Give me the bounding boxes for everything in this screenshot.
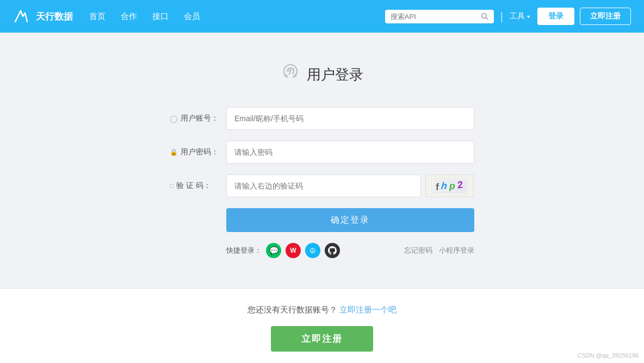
captcha-icon: □ — [170, 182, 174, 190]
register-header-button[interactable]: 立即注册 — [580, 8, 631, 25]
tools-button[interactable]: 工具 ▾ — [510, 11, 530, 21]
submit-button[interactable]: 确定登录 — [226, 208, 474, 232]
wechat-login-icon[interactable]: 💬 — [266, 243, 281, 258]
quick-login-section: 快捷登录： 💬 W ☮ — [226, 243, 340, 258]
logo-icon — [13, 7, 33, 26]
captcha-row: □ 验 证 码： f h p 2 — [170, 174, 474, 197]
username-label: ◯ 用户账号： — [170, 114, 222, 123]
register-big-button[interactable]: 立即注册 — [271, 326, 373, 352]
captcha-image[interactable]: f h p 2 — [425, 174, 474, 197]
login-title-text: 用户登录 — [307, 65, 363, 84]
divider: | — [500, 10, 503, 23]
captcha-label: □ 验 证 码： — [170, 181, 222, 191]
search-button[interactable] — [481, 12, 488, 20]
footer-text: 您还没有天行数据账号？ 立即注册一个吧 — [247, 305, 397, 315]
footer: 您还没有天行数据账号？ 立即注册一个吧 立即注册 — [0, 288, 644, 363]
quick-login-label: 快捷登录： — [226, 246, 262, 255]
qq-login-icon[interactable]: ☮ — [305, 243, 320, 258]
quick-login-row: 快捷登录： 💬 W ☮ 忘记密码 小程序登录 — [170, 243, 474, 258]
mini-program-link[interactable]: 小程序登录 — [439, 246, 474, 255]
user-icon: ◯ — [170, 115, 178, 123]
weibo-login-icon[interactable]: W — [286, 243, 301, 258]
search-icon — [481, 12, 488, 20]
header: 天行数据 首页 合作 接口 会员 | 工具 ▾ 登录 立即注册 — [0, 0, 644, 33]
forgot-password-link[interactable]: 忘记密码 — [404, 246, 432, 255]
chevron-down-icon: ▾ — [527, 14, 530, 20]
nav: 首页 合作 接口 会员 — [89, 11, 200, 22]
github-icon — [328, 246, 337, 255]
extra-links: 忘记密码 小程序登录 — [404, 246, 474, 255]
svg-line-3 — [25, 13, 27, 22]
search-input[interactable] — [391, 12, 478, 21]
footer-register-link[interactable]: 立即注册一个吧 — [339, 305, 397, 314]
nav-item-api[interactable]: 接口 — [152, 11, 169, 22]
login-button[interactable]: 登录 — [537, 8, 574, 25]
search-container — [385, 10, 494, 23]
password-input[interactable] — [226, 141, 474, 164]
fingerprint-icon — [281, 62, 300, 86]
main-content: 用户登录 ◯ 用户账号： 🔒 用户密码： □ 验 证 码： — [0, 33, 644, 288]
logo-text: 天行数据 — [36, 10, 73, 23]
watermark: CSDN @qq_39256196 — [577, 352, 639, 359]
github-login-icon[interactable] — [325, 243, 340, 258]
password-label: 🔒 用户密码： — [170, 147, 222, 157]
login-form: ◯ 用户账号： 🔒 用户密码： □ 验 证 码： — [170, 107, 474, 258]
submit-row: 确定登录 — [170, 208, 474, 232]
password-row: 🔒 用户密码： — [170, 141, 474, 164]
nav-item-coop[interactable]: 合作 — [121, 11, 137, 22]
captcha-input[interactable] — [226, 174, 421, 197]
svg-line-0 — [15, 11, 21, 22]
svg-line-5 — [486, 18, 488, 20]
login-title: 用户登录 — [281, 62, 363, 86]
logo[interactable]: 天行数据 — [13, 7, 73, 26]
username-input[interactable] — [226, 107, 474, 130]
nav-item-home[interactable]: 首页 — [89, 11, 106, 22]
username-row: ◯ 用户账号： — [170, 107, 474, 130]
svg-line-1 — [21, 11, 23, 16]
nav-item-member[interactable]: 会员 — [184, 11, 200, 22]
lock-icon: 🔒 — [170, 148, 178, 156]
tools-label: 工具 — [510, 11, 525, 21]
